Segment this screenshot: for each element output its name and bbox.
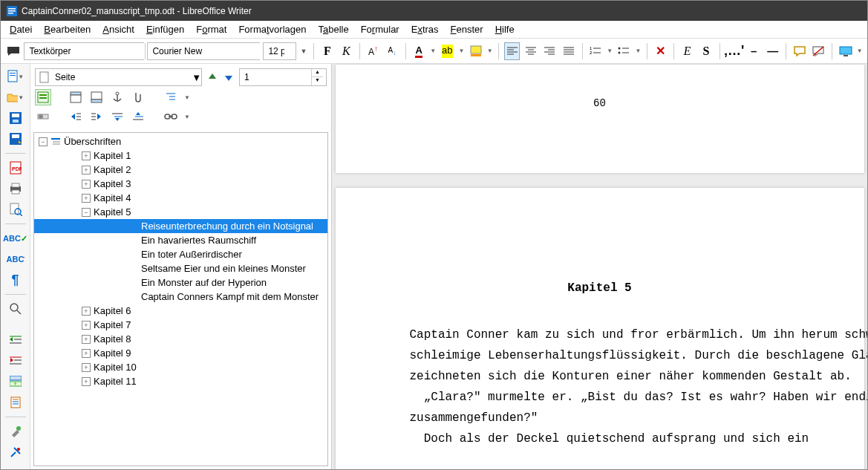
tree-chapter[interactable]: +Kapitel 4	[34, 191, 327, 205]
open-folder-icon[interactable]: ▼	[7, 89, 25, 105]
nav-promote-icon[interactable]	[68, 108, 84, 125]
expand-icon[interactable]: +	[82, 321, 91, 330]
tree-subheading[interactable]: Ein toter Außerirdischer	[34, 247, 327, 261]
nav-clip-icon[interactable]	[130, 89, 146, 105]
save-as-icon[interactable]	[7, 131, 25, 147]
bullet-list-button[interactable]	[616, 42, 632, 60]
paragraph-style-combo[interactable]: ▼	[24, 42, 144, 60]
tree-chapter[interactable]: +Kapitel 2	[34, 163, 327, 177]
font-name-combo[interactable]: ▼	[147, 42, 260, 60]
auto-spellcheck-icon[interactable]: ABC	[7, 251, 25, 267]
chevron-down-icon[interactable]: ▼	[458, 48, 465, 54]
bold-button[interactable]: F	[319, 42, 335, 60]
menu-fenster[interactable]: Fenster	[446, 22, 488, 36]
nav-tree[interactable]: − Überschriften +Kapitel 1 +Kapitel 2 +K…	[33, 132, 328, 466]
tree-chapter[interactable]: +Kapitel 10	[34, 360, 327, 374]
tree-chapter[interactable]: +Kapitel 11	[34, 374, 327, 388]
nav-prev-button[interactable]	[206, 71, 218, 83]
tree-chapter-5[interactable]: −Kapitel 5	[34, 205, 327, 219]
body-paragraph[interactable]: Doch als der Deckel quietschend aufspran…	[395, 428, 868, 449]
nav-scope-combo[interactable]: Seite ▼	[35, 68, 202, 86]
add-row-icon[interactable]: +	[7, 373, 25, 390]
em-dash-button[interactable]: —	[765, 42, 780, 60]
font-name-input[interactable]	[148, 43, 268, 59]
tree-subheading[interactable]: Seltsame Eier und ein kleines Monster	[34, 261, 327, 275]
expand-icon[interactable]: +	[82, 335, 91, 344]
expand-icon[interactable]: +	[82, 349, 91, 358]
chevron-down-icon[interactable]: ▼	[183, 94, 191, 101]
print-icon[interactable]	[7, 180, 25, 197]
chevron-down-icon[interactable]: ▼	[607, 48, 613, 54]
menu-extras[interactable]: Extras	[407, 22, 443, 36]
export-pdf-icon[interactable]: PDF	[7, 160, 25, 176]
spinner-up-icon[interactable]: ▲	[312, 69, 323, 77]
ellipsis-button[interactable]: ‚…'	[725, 42, 743, 60]
chevron-down-icon[interactable]: ▼	[192, 72, 201, 83]
emphasis-button[interactable]: E	[679, 42, 695, 60]
italic-button[interactable]: K	[339, 42, 354, 60]
nav-indent-icon[interactable]	[163, 89, 179, 105]
spellcheck-icon[interactable]: ABC✓	[7, 230, 25, 247]
highlight-color-button[interactable]: ab	[440, 42, 455, 60]
document-outline-icon[interactable]	[7, 394, 25, 411]
new-doc-icon[interactable]: ▼	[7, 68, 25, 85]
print-preview-icon[interactable]	[7, 201, 25, 218]
numbered-list-button[interactable]: 12	[587, 42, 603, 60]
tree-root-headings[interactable]: − Überschriften	[34, 134, 327, 148]
strong-button[interactable]: S	[698, 42, 714, 60]
pilcrow-icon[interactable]: ¶	[7, 272, 25, 288]
tree-subheading[interactable]: Captain Conners Kampf mit dem Monster	[34, 290, 327, 304]
tools-icon[interactable]	[7, 423, 25, 440]
nav-move-down-icon[interactable]	[130, 108, 146, 125]
menu-bearbeiten[interactable]: Bearbeiten	[39, 22, 95, 36]
delete-button[interactable]: ✕	[653, 42, 668, 60]
document-view[interactable]: 60 Kapitel 5 Captain Conner kam zu sich …	[332, 64, 867, 469]
body-paragraph[interactable]: „Clara?" murmelte er. „Bist du das? Ist …	[395, 387, 868, 428]
collapse-icon[interactable]: −	[39, 137, 48, 146]
font-size-combo[interactable]	[263, 42, 296, 60]
menu-formatvorlagen[interactable]: Formatvorlagen	[234, 22, 310, 36]
menu-datei[interactable]: Datei	[5, 22, 36, 36]
nav-page-input[interactable]	[240, 69, 311, 85]
expand-icon[interactable]: +	[82, 151, 91, 160]
tree-chapter[interactable]: +Kapitel 9	[34, 346, 327, 360]
chevron-down-icon[interactable]: ▼	[856, 48, 863, 54]
nav-footer-icon[interactable]	[88, 89, 105, 105]
comment-icon[interactable]	[5, 42, 21, 60]
chevron-down-icon[interactable]: ▼	[486, 48, 493, 54]
font-grow-button[interactable]: A↑	[365, 42, 381, 60]
expand-icon[interactable]: +	[82, 363, 91, 372]
font-shrink-button[interactable]: A↓	[384, 42, 399, 60]
align-justify-button[interactable]	[561, 42, 576, 60]
settings-icon[interactable]	[7, 444, 25, 460]
align-center-button[interactable]	[523, 42, 538, 60]
align-right-button[interactable]	[542, 42, 558, 60]
chevron-down-icon[interactable]: ▼	[183, 114, 191, 120]
nav-link-icon[interactable]	[163, 108, 179, 125]
paragraph-style-input[interactable]	[25, 43, 145, 59]
expand-icon[interactable]: +	[82, 180, 91, 189]
nav-next-button[interactable]	[223, 71, 235, 83]
tree-subheading-selected[interactable]: Reiseunterbrechung durch ein Notsignal	[34, 219, 327, 233]
zoom-icon[interactable]	[7, 301, 25, 317]
nav-content-view-icon[interactable]	[35, 89, 51, 105]
menu-tabelle[interactable]: Tabelle	[313, 22, 353, 36]
nav-move-up-icon[interactable]	[109, 108, 125, 125]
font-color-button[interactable]: A	[411, 42, 426, 60]
menu-einfuegen[interactable]: Einfügen	[142, 22, 189, 36]
nav-demote-icon[interactable]	[88, 108, 105, 125]
tree-chapter[interactable]: +Kapitel 3	[34, 177, 327, 191]
screen-icon[interactable]	[838, 42, 853, 60]
speech-bubble-off-icon[interactable]	[811, 42, 826, 60]
nav-anchor-icon[interactable]	[109, 89, 125, 105]
menu-formular[interactable]: Formular	[356, 22, 404, 36]
tree-subheading[interactable]: Ein Monster auf der Hyperion	[34, 275, 327, 290]
save-icon[interactable]	[7, 110, 25, 126]
menu-hilfe[interactable]: Hilfe	[491, 22, 519, 36]
spinner-down-icon[interactable]: ▼	[312, 77, 323, 85]
expand-icon[interactable]: +	[82, 194, 91, 203]
tree-chapter[interactable]: +Kapitel 6	[34, 304, 327, 318]
align-left-button[interactable]	[504, 42, 520, 60]
chevron-down-icon[interactable]: ▼	[635, 48, 642, 54]
collapse-icon[interactable]: −	[82, 208, 91, 217]
